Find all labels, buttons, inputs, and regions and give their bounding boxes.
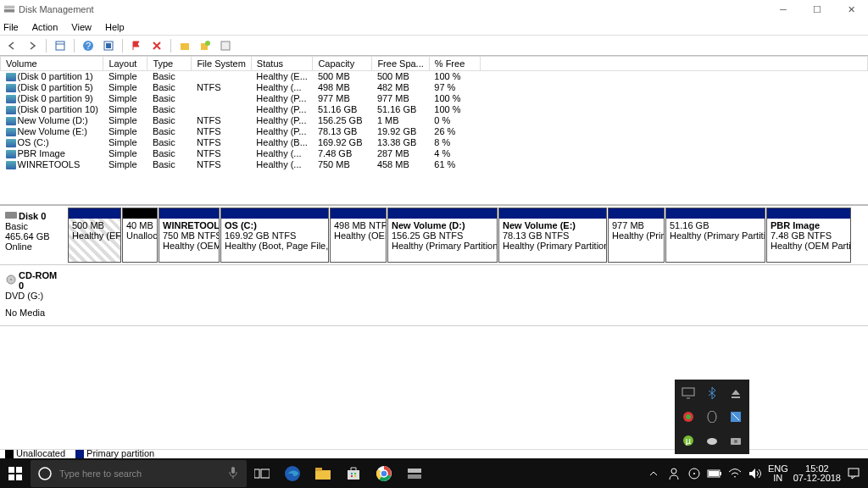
partition[interactable]: PBR Image7.48 GB NTFSHealthy (OEM Partit… [766,208,851,263]
volume-row[interactable]: (Disk 0 partition 10)SimpleBasicHealthy … [1,104,868,115]
language-indicator[interactable]: ENGIN [768,464,788,483]
svg-point-14 [10,279,12,280]
volume-row[interactable]: OS (C:)SimpleBasicNTFSHealthy (B...169.9… [1,137,868,148]
people-icon[interactable] [666,466,682,481]
folder-icon[interactable] [176,37,193,54]
svg-rect-30 [16,474,22,480]
delete-icon[interactable] [148,37,165,54]
forward-button[interactable] [24,37,41,54]
volume-row[interactable]: New Volume (D:)SimpleBasicNTFSHealthy (P… [1,115,868,126]
col-free[interactable]: % Free [429,57,480,71]
svg-rect-12 [5,212,17,219]
svg-point-26 [734,440,737,443]
col-volume[interactable]: Volume [1,57,103,71]
disk-0-row[interactable]: Disk 0 Basic 465.64 GB Online 500 MBHeal… [0,206,868,265]
explorer-icon[interactable] [308,458,338,488]
start-button[interactable] [0,458,31,488]
refresh-icon[interactable] [100,37,117,54]
col-layout[interactable]: Layout [103,57,147,71]
taskbar[interactable]: Type here to search ENGIN 15:0207-12-201… [0,458,868,488]
back-button[interactable] [3,37,20,54]
col-status[interactable]: Status [251,57,313,71]
partition[interactable]: 500 MBHealthy (EFI Sy [68,208,121,263]
svg-rect-7 [106,43,111,48]
help-icon[interactable]: ? [80,37,97,54]
snip-icon[interactable] [727,408,744,425]
partition[interactable]: 40 MBUnalloc [122,208,158,263]
notifications-icon[interactable] [846,466,861,481]
battery-icon[interactable] [707,466,722,481]
volume-icon[interactable] [748,466,763,481]
svg-rect-38 [348,470,359,480]
col-freespa[interactable]: Free Spa... [372,57,429,71]
partition[interactable]: New Volume (E:)78.13 GB NTFSHealthy (Pri… [498,208,607,263]
svg-rect-54 [720,472,721,475]
disk-mgmt-taskbar-icon[interactable] [399,458,430,488]
search-placeholder: Type here to search [59,469,142,479]
chrome-icon[interactable] [369,458,399,488]
volume-row[interactable]: (Disk 0 partition 9)SimpleBasicHealthy (… [1,93,868,104]
show-hide-icon[interactable] [52,37,69,54]
disk-icon [5,211,17,221]
cloud-icon[interactable] [704,432,721,449]
camera-icon[interactable] [727,432,744,449]
menu-action[interactable]: Action [32,22,58,32]
security-icon[interactable] [680,408,697,425]
volume-list[interactable]: VolumeLayoutTypeFile SystemStatusCapacit… [0,56,868,206]
store-icon[interactable] [338,458,369,488]
partition[interactable]: New Volume (D:)156.25 GB NTFSHealthy (Pr… [387,208,498,263]
svg-rect-36 [315,470,331,480]
display-icon[interactable] [680,385,697,402]
volume-row[interactable]: PBR ImageSimpleBasicNTFSHealthy (...7.48… [1,148,868,159]
partition[interactable]: OS (C:)169.92 GB NTFSHealthy (Boot, Page… [220,208,329,263]
svg-rect-48 [408,474,421,479]
new-icon[interactable] [197,37,214,54]
partition[interactable]: 51.16 GBHealthy (Primary Partition) [665,208,765,263]
disk-0-header: Disk 0 Basic 465.64 GB Online [2,208,68,263]
volume-row[interactable]: WINRETOOLSSimpleBasicNTFSHealthy (...750… [1,159,868,170]
tray-overflow[interactable]: µ [675,380,749,454]
unallocated-swatch [5,450,14,458]
flag-icon[interactable] [128,37,145,54]
col-type[interactable]: Type [147,57,192,71]
system-tray: ENGIN 15:0207-12-2018 [646,458,868,488]
volume-row[interactable]: (Disk 0 partition 5)SimpleBasicNTFSHealt… [1,82,868,93]
volume-row[interactable]: (Disk 0 partition 1)SimpleBasicHealthy (… [1,71,868,82]
clock[interactable]: 15:0207-12-2018 [793,464,841,483]
menu-bar: File Action View Help [0,19,868,36]
properties-icon[interactable] [217,37,234,54]
svg-rect-33 [254,469,259,478]
mouse-icon[interactable] [704,408,721,425]
svg-point-20 [708,411,716,423]
volume-row[interactable]: New Volume (E:)SimpleBasicNTFSHealthy (P… [1,126,868,137]
search-bar[interactable]: Type here to search [31,460,247,487]
partition[interactable]: 498 MB NTFSHealthy (OEM [330,208,387,263]
window-title: Disk Management [19,4,94,14]
bluetooth-icon[interactable] [704,385,721,402]
partition[interactable]: 977 MBHealthy (Primar [608,208,665,263]
cdrom-row[interactable]: CD-ROM 0 DVD (G:) No Media [0,265,868,326]
partition[interactable]: WINRETOOLS750 MB NTFSHealthy (OEM P [159,208,220,263]
disk-mgmt-icon [3,3,15,15]
eject-icon[interactable] [727,385,744,402]
col-filesystem[interactable]: File System [192,57,251,71]
edge-icon[interactable] [277,458,308,488]
task-view-icon[interactable] [247,458,277,488]
svg-rect-37 [315,468,322,471]
menu-help[interactable]: Help [105,22,125,32]
svg-rect-15 [682,388,694,396]
svg-rect-11 [221,42,230,50]
close-button[interactable]: ✕ [834,0,868,19]
svg-rect-8 [181,43,189,50]
location-icon[interactable] [687,466,702,481]
mic-icon[interactable] [228,466,247,481]
wifi-icon[interactable] [727,466,743,481]
minimize-button[interactable]: ─ [766,0,800,19]
col-capacity[interactable]: Capacity [313,57,372,71]
tray-chevron-icon[interactable] [646,466,661,481]
torrent-icon[interactable]: µ [680,432,697,449]
maximize-button[interactable]: ☐ [800,0,834,19]
svg-rect-42 [354,475,356,477]
menu-file[interactable]: File [3,22,19,32]
menu-view[interactable]: View [71,22,92,32]
